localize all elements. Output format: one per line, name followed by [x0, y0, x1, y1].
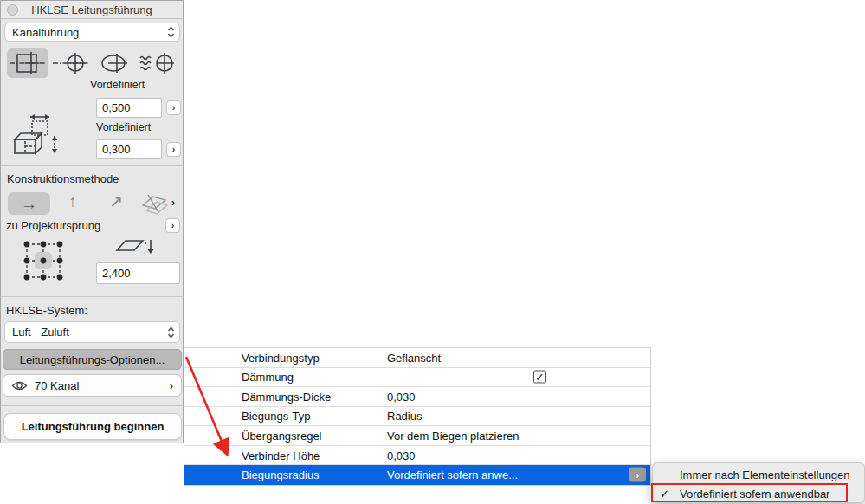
property-value: 0,030: [387, 390, 416, 403]
anchor-point-grid[interactable]: [18, 236, 68, 286]
round-duct-icon: [53, 50, 89, 76]
arrow-diagonal-icon: ↗: [109, 192, 123, 210]
element-type-dropdown[interactable]: Kanalführung: [4, 23, 180, 42]
system-label: HKLSE-System:: [6, 304, 87, 317]
table-row-biegungsradius[interactable]: Biegungsradius Vordefiniert sofern anwe.…: [184, 465, 650, 485]
element-type-value: Kanalführung: [12, 26, 79, 39]
hklse-routing-palette: HKLSE Leitungsführung Kanalführung: [0, 0, 184, 443]
table-row-daemmungs-dicke[interactable]: Dämmungs-Dicke 0,030: [184, 387, 650, 407]
table-row-uebergangsregel[interactable]: Übergangsregel Vor dem Biegen platzieren: [184, 426, 650, 446]
divider: [1, 296, 183, 297]
table-row-verbindungstyp[interactable]: Verbindungstyp Geflanscht: [184, 348, 650, 368]
method-vertical-button[interactable]: ↑: [60, 193, 86, 210]
biegungsradius-context-menu: Immer nach Elementeinstellungen ✓ Vordef…: [652, 462, 865, 503]
property-value: Vordefiniert sofern anwe...: [387, 468, 518, 481]
width-options-button[interactable]: ›: [166, 100, 181, 115]
menu-checkmark-icon: ✓: [660, 488, 677, 501]
property-label: Biegungs-Typ: [242, 410, 311, 423]
property-value: 0,030: [387, 449, 416, 462]
property-label: Verbinder Höhe: [242, 449, 320, 462]
method-more-chevron[interactable]: ›: [171, 197, 175, 209]
row-expand-button[interactable]: ›: [629, 468, 646, 482]
method-3d-button[interactable]: [139, 193, 169, 216]
palette-title: HKLSE Leitungsführung: [1, 3, 183, 16]
layer-button[interactable]: 70 Kanal ›: [3, 374, 182, 397]
layer-label: 70 Kanal: [35, 379, 79, 392]
elevation-field[interactable]: 2,400: [96, 262, 180, 284]
table-row-daemmung[interactable]: Dämmung ✓: [184, 368, 650, 388]
height-predefined-label: Vordefiniert: [96, 121, 151, 133]
arrow-right-icon: →: [21, 196, 37, 212]
divider: [1, 405, 183, 406]
property-label: Dämmungs-Dicke: [242, 390, 331, 403]
duct-height-field[interactable]: 0,300: [96, 139, 162, 159]
routing-options-table: Verbindungstyp Geflanscht Dämmung ✓ Dämm…: [184, 347, 651, 486]
eye-icon: [11, 380, 28, 391]
property-value: Radius: [387, 410, 422, 423]
menu-item-vordefiniert[interactable]: ✓ Vordefiniert sofern anwendbar: [653, 484, 864, 503]
flexible-duct-button[interactable]: [137, 48, 178, 78]
duct-width-field[interactable]: 0,500: [96, 98, 162, 118]
divider: [1, 165, 183, 166]
screenshot-stage: HKLSE Leitungsführung Kanalführung: [0, 0, 865, 504]
width-predefined-label: Vordefiniert: [90, 79, 145, 91]
table-row-biegungs-typ[interactable]: Biegungs-Typ Radius: [184, 407, 650, 427]
oval-duct-button[interactable]: [94, 48, 135, 78]
routing-options-button[interactable]: Leitungsführungs-Optionen...: [3, 349, 182, 370]
height-options-button[interactable]: ›: [166, 142, 181, 157]
updown-stepper-icon: [167, 326, 175, 339]
checkmark-icon: ✓: [535, 372, 545, 383]
palette-titlebar[interactable]: HKLSE Leitungsführung: [1, 1, 183, 19]
origin-label: zu Projektursprung: [6, 219, 100, 232]
construction-method-label: Konstruktionsmethode: [7, 172, 119, 185]
property-value: Geflanscht: [387, 351, 441, 364]
method-horizontal-button[interactable]: →: [8, 192, 50, 215]
property-value: Vor dem Biegen platzieren: [387, 430, 519, 443]
property-label: Übergangsregel: [242, 430, 322, 443]
arrow-up-icon: ↑: [68, 192, 77, 210]
rectangular-duct-icon: [10, 50, 46, 76]
method-slanted-button[interactable]: ↗: [103, 193, 129, 210]
origin-options-button[interactable]: ›: [165, 218, 180, 233]
rectangular-duct-button[interactable]: [7, 48, 48, 78]
flexible-duct-icon: [139, 50, 177, 76]
property-label: Verbindungstyp: [242, 351, 320, 364]
table-row-verbinder-hoehe[interactable]: Verbinder Höhe 0,030: [184, 446, 650, 466]
round-duct-button[interactable]: [50, 48, 92, 78]
duct-shape-buttons: [7, 48, 178, 78]
property-label: Dämmung: [242, 371, 294, 384]
elevation-reference-icon: [115, 236, 157, 259]
menu-item-elementeinstellungen[interactable]: Immer nach Elementeinstellungen: [653, 465, 864, 484]
system-value: Luft - Zuluft: [12, 326, 69, 339]
cross-section-cube-icon: [10, 110, 68, 160]
property-label: Biegungsradius: [242, 468, 320, 481]
oval-duct-icon: [96, 50, 132, 76]
layer-chevron-icon: ›: [170, 379, 173, 392]
daemmung-checkbox[interactable]: ✓: [533, 371, 546, 384]
system-dropdown[interactable]: Luft - Zuluft: [4, 321, 180, 343]
updown-stepper-icon: [167, 26, 175, 39]
start-routing-button[interactable]: Leitungsführung beginnen: [3, 413, 182, 440]
